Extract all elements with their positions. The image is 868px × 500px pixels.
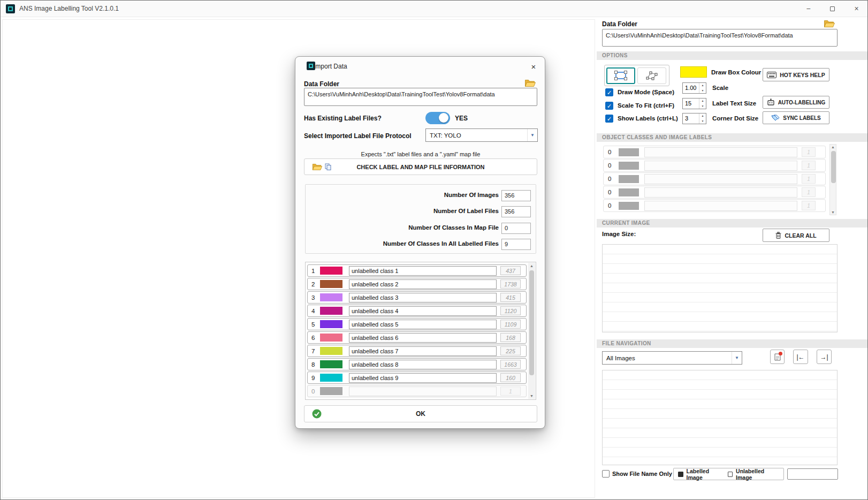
label-text-size-spinner[interactable]: 15 ▲▼ — [682, 98, 706, 109]
class-name-input[interactable]: unlabelled class 7 — [349, 346, 497, 356]
auto-labelling-button[interactable]: AUTO-LABELLING — [763, 96, 829, 109]
class-color-swatch[interactable] — [320, 320, 342, 328]
image-filter-dropdown[interactable]: All Images ▼ — [602, 351, 742, 365]
class-name-input[interactable] — [644, 187, 797, 198]
file-search-input[interactable] — [787, 468, 838, 480]
num-images-value: 356 — [501, 190, 531, 201]
class-name-input[interactable]: unlabelled class 6 — [349, 333, 497, 343]
class-name-input[interactable]: unlabelled class 5 — [349, 320, 497, 329]
label-text-size-label: Label Text Size — [712, 100, 756, 107]
polygon-tool-icon — [645, 71, 658, 80]
scale-spinner[interactable]: 1.00 ▲▼ — [682, 82, 706, 94]
spinner-up-icon: ▲ — [699, 99, 706, 104]
class-index: 5 — [311, 321, 320, 328]
class-index: 1 — [311, 268, 320, 274]
current-image-labels-list[interactable] — [602, 244, 837, 332]
class-color-swatch[interactable] — [619, 162, 639, 170]
class-list-scrollbar[interactable]: ▲ ▼ — [528, 263, 535, 399]
class-index: 0 — [608, 149, 615, 155]
class-name-input[interactable] — [644, 161, 797, 171]
draw-mode-checkbox[interactable]: ✓ — [605, 88, 613, 96]
dialog-data-folder-input[interactable]: C:\Users\VuMinhAnh\Desktop\Data\Training… — [304, 88, 537, 106]
sidebar-class-row: 0 1 — [603, 199, 826, 212]
open-folder-icon[interactable] — [824, 19, 835, 30]
scroll-up-icon[interactable]: ▲ — [528, 264, 535, 268]
protocol-dropdown[interactable]: TXT: YOLO ▼ — [425, 128, 538, 142]
class-color-swatch[interactable] — [320, 267, 342, 275]
polygon-tool-button[interactable] — [637, 67, 666, 84]
class-color-swatch[interactable] — [619, 202, 639, 210]
corner-dot-size-label: Corner Dot Size — [712, 115, 758, 122]
class-index: 8 — [311, 361, 320, 368]
import-data-dialog: Import Data × Data Folder C:\Users\VuMin… — [295, 56, 545, 429]
num-classes-map-value: 0 — [501, 223, 531, 234]
spinner-down-icon: ▼ — [699, 104, 706, 109]
minimize-button[interactable]: − — [796, 1, 820, 17]
class-name-input[interactable]: unlabelled class 3 — [349, 293, 497, 302]
class-index: 4 — [311, 308, 320, 314]
scroll-down-icon[interactable]: ▼ — [528, 394, 535, 398]
hot-keys-help-button[interactable]: HOT KEYS HELP — [763, 68, 829, 81]
close-button[interactable]: × — [844, 1, 868, 17]
class-color-swatch[interactable] — [320, 293, 342, 301]
last-image-button[interactable]: →| — [817, 350, 832, 364]
ok-button[interactable]: OK — [304, 405, 537, 422]
sidebar-classes-scrollbar[interactable]: ▲ ▼ — [829, 144, 836, 215]
class-color-swatch[interactable] — [320, 374, 342, 382]
class-color-swatch[interactable] — [619, 148, 639, 156]
class-color-swatch[interactable] — [320, 360, 342, 368]
scale-to-fit-checkbox[interactable]: ✓ — [605, 102, 613, 110]
maximize-button[interactable] — [820, 1, 844, 17]
num-images-label: Number Of Images — [317, 192, 499, 198]
class-color-swatch[interactable] — [619, 188, 639, 196]
scroll-down-icon[interactable]: ▼ — [830, 210, 836, 214]
class-name-input[interactable]: unlabelled class 4 — [349, 306, 497, 316]
class-name-input[interactable] — [644, 147, 797, 157]
file-list[interactable] — [602, 370, 837, 465]
class-name-input[interactable] — [644, 201, 797, 211]
draw-box-colour-swatch[interactable] — [680, 66, 707, 78]
notes-button[interactable] — [770, 350, 785, 364]
class-color-swatch — [320, 387, 342, 395]
class-name-input[interactable]: unlabelled class 8 — [349, 360, 497, 369]
scale-spinner-arrows[interactable]: ▲▼ — [699, 83, 706, 93]
show-file-name-only-label: Show File Name Only — [612, 471, 672, 477]
sync-labels-button[interactable]: SYNC LABELS — [763, 111, 829, 124]
app-icon — [6, 4, 15, 13]
scroll-thumb[interactable] — [529, 270, 534, 375]
has-existing-label-files-toggle[interactable] — [425, 112, 450, 124]
go-last-icon: →| — [820, 353, 828, 361]
class-color-swatch[interactable] — [320, 307, 342, 315]
class-name-input[interactable]: unlabelled class 1 — [349, 266, 497, 276]
class-color-swatch[interactable] — [619, 175, 639, 183]
show-file-name-only-checkbox[interactable] — [602, 470, 610, 478]
label-text-size-spinner-arrows[interactable]: ▲▼ — [699, 99, 706, 109]
class-name-input[interactable]: unlabelled class 2 — [349, 279, 497, 289]
class-color-swatch[interactable] — [320, 334, 342, 342]
first-image-button[interactable]: |← — [793, 350, 808, 364]
show-labels-checkbox[interactable]: ✓ — [605, 115, 613, 123]
corner-dot-size-spinner[interactable]: 3 ▲▼ — [682, 113, 706, 124]
class-name-input[interactable]: unlabelled class 9 — [349, 373, 497, 383]
show-labels-label: Show Labels (ctrl+L) — [618, 115, 678, 122]
class-color-swatch[interactable] — [320, 280, 342, 288]
check-label-map-button[interactable]: CHECK LABEL AND MAP FILE INFORMATION — [304, 158, 537, 175]
scale-label: Scale — [712, 85, 728, 91]
corner-dot-size-spinner-arrows[interactable]: ▲▼ — [699, 113, 706, 124]
class-name-input[interactable] — [644, 174, 797, 184]
sidebar-data-folder-input[interactable]: C:\Users\VuMinhAnh\Desktop\Data\Training… — [602, 29, 837, 47]
scroll-up-icon[interactable]: ▲ — [830, 145, 836, 149]
class-index: 0 — [608, 162, 615, 169]
dialog-title: Import Data — [314, 63, 347, 70]
ok-button-icon-wrap — [312, 409, 322, 419]
class-color-swatch[interactable] — [320, 347, 342, 355]
protocol-label: Select Imported Label File Protocol — [304, 132, 412, 140]
clear-all-button[interactable]: CLEAR ALL — [763, 229, 829, 242]
dialog-close-button[interactable]: × — [528, 60, 539, 72]
scale-value: 1.00 — [683, 83, 699, 93]
class-index: 2 — [311, 281, 320, 287]
rectangle-tool-button[interactable] — [606, 67, 635, 84]
class-count: 415 — [500, 293, 521, 302]
scroll-thumb[interactable] — [831, 151, 836, 183]
class-index: 3 — [311, 294, 320, 301]
